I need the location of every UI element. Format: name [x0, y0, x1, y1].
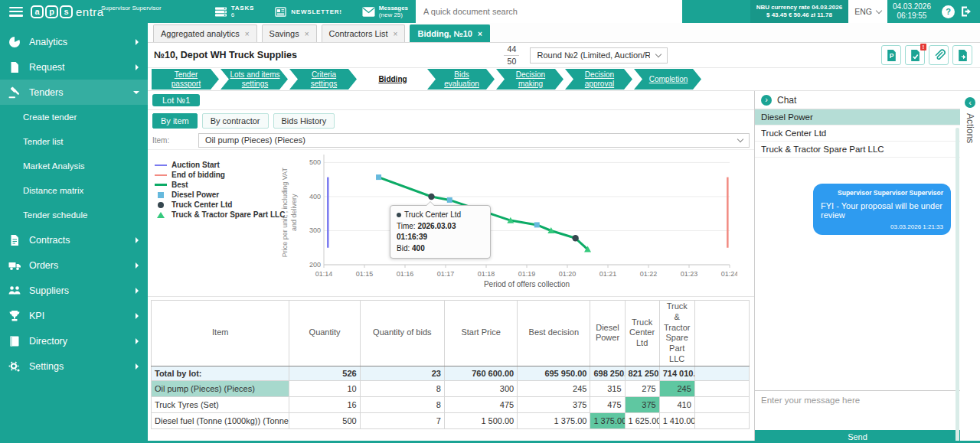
chat-contractor-truck-center-ltd[interactable]: Truck Center Ltd — [755, 125, 960, 142]
sidebar-subitem-market-analysis[interactable]: Market Analysis — [0, 154, 148, 178]
hamburger-menu-icon[interactable] — [9, 7, 23, 17]
lot-button[interactable]: Lot №1 — [152, 94, 200, 106]
svg-text:300: 300 — [309, 226, 321, 234]
column-header-quantity-of-bids: Quantity of bids — [360, 301, 444, 366]
chat-scrollbar[interactable] — [956, 128, 959, 443]
tender-title: №10, Depot WH Truck Supplies — [154, 50, 297, 60]
round-select[interactable]: Round №2 (Limited, Auction/Reverse Aucti… — [530, 47, 668, 64]
value-cell — [694, 396, 749, 412]
tab-savings[interactable]: Savings× — [262, 24, 317, 42]
legend-label: Best — [172, 181, 188, 189]
workflow-step-criteria-settings[interactable]: Criteria settings — [289, 69, 357, 90]
actions-panel-tab[interactable]: ‹ Actions — [960, 91, 980, 443]
trophy-icon — [8, 310, 21, 322]
chart-legend: Auction StartEnd of biddingBestDiesel Po… — [154, 160, 285, 220]
legend-label: Auction Start — [172, 161, 220, 169]
sidebar-subitem-distance-matrix[interactable]: Distance matrix — [0, 178, 148, 203]
send-button[interactable]: Send — [755, 430, 960, 443]
view-tab-by-item[interactable]: By item — [152, 113, 198, 129]
view-tab-bids-history[interactable]: Bids History — [273, 113, 335, 129]
sidebar-item-analytics[interactable]: Analytics — [0, 29, 148, 54]
expand-actions-icon[interactable]: ‹ — [965, 97, 975, 108]
sidebar: AnalyticsRequestTendersCreate tenderTend… — [0, 23, 148, 443]
legend-triangle-icon — [154, 212, 167, 218]
workflow-step-decision-making[interactable]: Decision making — [496, 69, 564, 90]
chat-contractor-list: Diesel PowerTruck Center LtdTruck & Trac… — [755, 109, 960, 158]
total-value: 714 010. — [659, 366, 694, 380]
tab-label: Bidding, №10 — [417, 29, 472, 38]
sidebar-item-tenders[interactable]: Tenders — [0, 80, 148, 105]
workflow-step-lots-and-items-settings[interactable]: Lots and items settings — [220, 69, 288, 90]
svg-text:Period of offers collection: Period of offers collection — [484, 280, 570, 288]
value-cell: 375 — [518, 396, 590, 412]
logout-icon[interactable] — [960, 5, 972, 18]
svg-text:01:19: 01:19 — [518, 270, 536, 278]
item-label: Item: — [152, 136, 198, 145]
newsletter-button[interactable]: NEWSLETTER! — [274, 6, 342, 18]
total-value: 23 — [360, 366, 444, 380]
chart-y-axis-label: Price per unit, , including VAT and deli… — [281, 150, 299, 275]
messages-button[interactable]: Messages(new 25) — [362, 5, 408, 18]
sidebar-item-contracts[interactable]: Contracts — [0, 227, 148, 252]
export-button[interactable] — [952, 45, 972, 65]
collapse-chat-icon[interactable]: › — [761, 95, 772, 106]
sidebar-item-settings[interactable]: Settings — [0, 353, 148, 379]
item-select-value: Oil pump (Pieces) (Pieces) — [205, 135, 305, 145]
chat-message-input[interactable] — [755, 390, 960, 430]
value-cell: 8 — [360, 396, 444, 412]
best-bid-cell: 245 — [659, 380, 694, 396]
sidebar-item-kpi[interactable]: KPI — [0, 303, 148, 328]
view-tab-by-contractor[interactable]: By contractor — [202, 113, 269, 129]
table-row-oil-pump-pieces-pieces[interactable]: Oil pump (Pieces) (Pieces)10830024531527… — [152, 380, 750, 396]
sidebar-subitem-tender-list[interactable]: Tender list — [0, 129, 148, 154]
tasks-button[interactable]: TASKS6 — [214, 5, 255, 18]
item-select[interactable]: Oil pump (Pieces) (Pieces) — [198, 133, 750, 148]
workflow-step-bids-evaluation[interactable]: Bids evaluation — [427, 69, 495, 90]
tab-label: Savings — [270, 29, 299, 38]
help-icon[interactable]: ? — [942, 5, 955, 18]
current-time: 06:19:55 — [893, 11, 931, 21]
search-input[interactable] — [416, 0, 682, 23]
svg-text:500: 500 — [309, 158, 321, 166]
attachments-button[interactable] — [929, 45, 949, 65]
tab-bidding-10[interactable]: Bidding, №10× — [410, 24, 489, 42]
sidebar-item-directory[interactable]: Directory — [0, 328, 148, 353]
pdf-document-button[interactable]: P — [881, 45, 901, 65]
workflow-step-completion[interactable]: Completion — [634, 69, 701, 90]
bids-counter-bottom: 50 — [508, 57, 517, 66]
close-icon[interactable]: × — [245, 30, 250, 38]
chat-contractor-diesel-power[interactable]: Diesel Power — [755, 109, 960, 125]
sidebar-item-request[interactable]: Request — [0, 54, 148, 80]
total-value: 821 250. — [625, 366, 659, 380]
table-row-truck-tyres-set[interactable]: Truck Tyres (Set)168475375475375410 — [152, 396, 750, 412]
tab-contractors-list[interactable]: Contractors List× — [322, 24, 406, 42]
chevron-right-icon — [136, 338, 139, 344]
svg-text:200: 200 — [309, 261, 321, 269]
tooltip-marker-icon — [397, 213, 401, 217]
workflow-step-tender-passport[interactable]: Tender passport — [152, 69, 219, 90]
tab-aggregated-analytics[interactable]: Aggregated analytics× — [153, 24, 257, 42]
table-row-diesel-fuel-tonne-1000kg-tonne-1000k[interactable]: Diesel fuel (Tonne (1000kg)) (Tonne (100… — [152, 412, 750, 428]
chat-contractor-truck-tractor-spare-part-llc[interactable]: Truck & Tractor Spare Part LLC — [755, 142, 960, 158]
approvals-button[interactable]: ! — [905, 45, 925, 65]
language-dropdown[interactable]: ENG — [848, 0, 887, 23]
workflow-step-decision-approval[interactable]: Decision approval — [565, 69, 632, 90]
legend-item-best: Best — [154, 180, 285, 190]
value-cell: 275 — [625, 380, 659, 396]
chat-title: Chat — [777, 95, 796, 106]
tab-label: Contractors List — [329, 29, 388, 38]
value-cell: 1 410.00 — [659, 412, 694, 428]
sidebar-item-orders[interactable]: Orders — [0, 252, 148, 278]
sidebar-subitem-create-tender[interactable]: Create tender — [0, 105, 148, 129]
close-icon[interactable]: × — [394, 30, 398, 38]
view-tabs: By itemBy contractorBids History — [148, 110, 754, 131]
value-cell — [694, 380, 749, 396]
workflow-step-bidding[interactable]: Bidding — [358, 69, 426, 90]
sidebar-subitem-tender-schedule[interactable]: Tender schedule — [0, 203, 148, 227]
close-icon[interactable]: × — [305, 30, 309, 38]
bids-counter-top: 44 — [508, 44, 517, 54]
chevron-down-icon — [655, 50, 662, 57]
sidebar-item-suppliers[interactable]: Suppliers — [0, 278, 148, 303]
close-icon[interactable]: × — [478, 30, 482, 38]
sidebar-item-label: Analytics — [29, 37, 67, 47]
